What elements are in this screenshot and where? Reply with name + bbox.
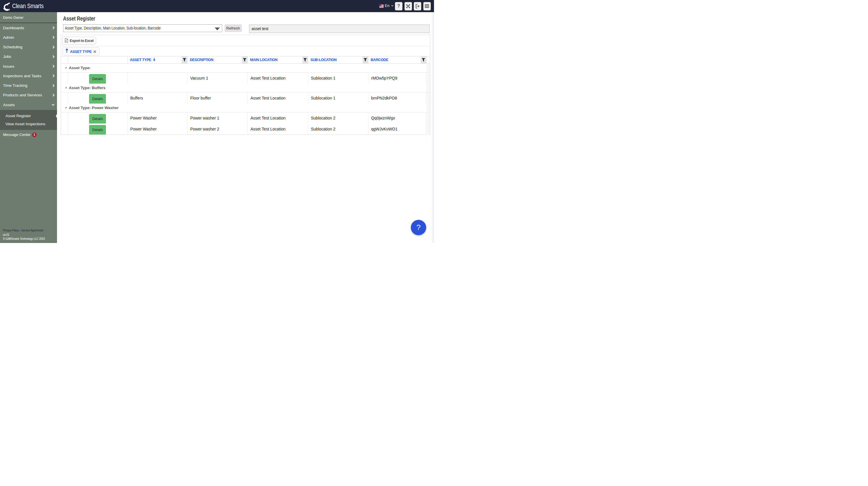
svg-text:x: x [65, 40, 67, 42]
